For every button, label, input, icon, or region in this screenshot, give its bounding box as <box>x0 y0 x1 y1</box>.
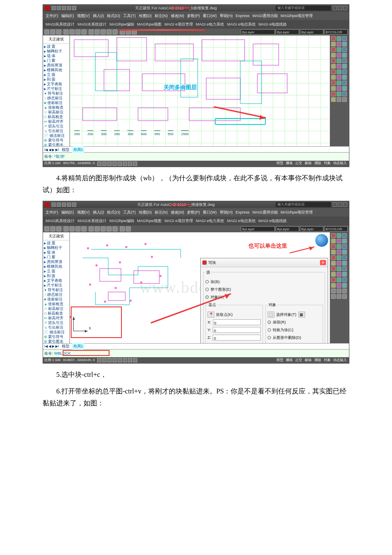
tool-icon[interactable] <box>56 226 61 231</box>
tool-icon[interactable] <box>50 29 55 35</box>
y-input[interactable]: 0 <box>213 327 261 333</box>
command-line[interactable]: 命令: *取消* <box>43 152 349 160</box>
tool-icon[interactable] <box>69 226 75 231</box>
tool-icon[interactable] <box>95 29 100 35</box>
paragraph-step-6: 6.打开带坐标的总平图-ctrl+v，将刚才的块黏贴进来。PS：你是不是看不到任… <box>43 385 349 410</box>
tab-model[interactable]: 模型 <box>62 343 69 350</box>
lineweight-combo[interactable]: ByLayer <box>300 226 323 231</box>
tool-icon[interactable] <box>56 29 61 35</box>
tool-icon[interactable] <box>81 29 86 35</box>
menu-bar[interactable]: 文件(F)编辑(E)视图(V)插入(I)格式(O)工具(T)绘图(D)标注(N)… <box>43 12 349 20</box>
radio-drawing[interactable] <box>205 288 209 291</box>
help-search-input[interactable]: 键入关键字或短语 <box>276 202 331 207</box>
radio-retain[interactable] <box>268 321 271 324</box>
svg-rect-7 <box>206 78 240 99</box>
cad-screenshot-2: 天正建筑 For AutoCAD 2010 _维修恢复.dwg 键入关键字或短语… <box>43 201 349 364</box>
right-toolbar[interactable] <box>330 232 349 343</box>
tool-icon[interactable] <box>89 226 94 231</box>
radio-block[interactable] <box>205 280 209 283</box>
status-bar: 比例 1:100 851755, -3240950, 0 模型 栅格 正交 极轴… <box>43 161 349 167</box>
tool-icon[interactable] <box>95 226 100 231</box>
quick-access-toolbar[interactable] <box>52 202 76 207</box>
top-toolbar[interactable]: ByLayer ByLayer ByLayer BYCOLOR <box>43 225 349 232</box>
tool-icon[interactable] <box>44 226 49 231</box>
redaction-mark <box>120 29 205 31</box>
highlight-box-red <box>63 350 110 356</box>
tool-icon[interactable] <box>63 29 69 35</box>
svg-rect-12 <box>95 52 117 91</box>
highlight-box-cyan <box>215 118 266 125</box>
x-input[interactable]: 0 <box>213 319 261 325</box>
linetype-combo[interactable]: ByLayer <box>276 226 299 231</box>
svg-rect-16 <box>134 271 159 283</box>
quick-select-button[interactable]: ▦ <box>298 312 305 318</box>
quick-access-toolbar[interactable] <box>52 6 76 10</box>
lineweight-combo[interactable]: ByLayer <box>300 29 323 35</box>
tool-icon[interactable] <box>101 29 106 35</box>
drawing-canvas[interactable]: 关闭多余图层 200 200 300 260 300 600 450 500 1… <box>69 35 330 146</box>
paragraph-step-4: 4.将精简后的图形制作成块（wb），（为什么要制作成块，在此不多说，有本事你不制… <box>43 172 349 197</box>
layer-combo[interactable]: ByLayer <box>241 226 275 231</box>
plugin-menu-bar[interactable]: MAGI风系统设计MAGI水系统设计MAGIhpw编辑MAGIhpw视图MAGI… <box>43 20 349 29</box>
help-search-input[interactable]: 键入关键字或短语 <box>276 6 331 11</box>
tool-icon[interactable] <box>44 29 49 35</box>
tool-icon[interactable] <box>81 226 86 231</box>
top-toolbar[interactable]: ByLayer ByLayer ByLayer BYCOLOR <box>43 29 349 35</box>
tool-icon[interactable] <box>120 226 125 231</box>
tab-layout[interactable]: 布局1 <box>72 146 84 153</box>
tool-icon[interactable] <box>63 226 69 231</box>
tool-icon[interactable] <box>112 226 118 231</box>
plugin-menu-bar[interactable]: MAGI风系统设计MAGI水系统设计MAGIhpw编辑MAGIhpw视图MAGI… <box>43 217 349 225</box>
color-combo[interactable]: BYCOLOR <box>324 226 348 231</box>
status-toggles[interactable] <box>97 358 137 362</box>
radio-delete[interactable] <box>268 336 271 339</box>
window-buttons[interactable] <box>333 202 347 207</box>
select-objects-button[interactable]: ⬚ <box>268 312 274 318</box>
tool-icon[interactable] <box>50 226 55 231</box>
right-toolbar[interactable] <box>330 35 349 146</box>
side-panel-title: 天正建筑 <box>43 232 69 240</box>
tab-model[interactable]: 模型 <box>62 146 69 153</box>
svg-rect-1 <box>117 38 147 61</box>
redaction-mark <box>171 7 190 9</box>
nav-sphere[interactable] <box>315 234 328 247</box>
layer-combo[interactable]: ByLayer <box>241 29 275 35</box>
tool-icon[interactable] <box>75 226 81 231</box>
pick-point-button[interactable]: 📍 <box>208 312 214 318</box>
tool-icon[interactable] <box>107 29 112 35</box>
paragraph-step-5: 5.选中块-ctrl+c， <box>43 369 349 381</box>
tangent-side-panel[interactable]: 天正建筑 ▶设 置 ▶轴网柱子 ▶墙 体 ▶门 窗 ▶房间屋顶 ▶楼梯其他 ▶立… <box>43 35 69 146</box>
tool-icon[interactable] <box>75 29 81 35</box>
layout-tabs-bar[interactable]: Ⅰ◀◀▶▶Ⅰ 模型 布局1 <box>43 343 349 349</box>
color-combo[interactable]: BYCOLOR <box>324 29 348 35</box>
tool-icon[interactable] <box>112 29 118 35</box>
status-toggles[interactable] <box>97 162 137 166</box>
tool-icon[interactable] <box>89 29 94 35</box>
tool-icon[interactable] <box>101 226 106 231</box>
svg-rect-9 <box>83 108 117 121</box>
linetype-combo[interactable]: ByLayer <box>276 29 299 35</box>
svg-rect-17 <box>108 292 125 301</box>
menu-bar[interactable]: 文件(F)编辑(E)视图(V)插入(I)格式(O)工具(T)绘图(D)标注(N)… <box>43 208 349 217</box>
radio-convert[interactable] <box>268 328 271 332</box>
wblock-dialog: 写块 × 源 块(B): 整个图形(E) 对象(O) <box>200 258 328 343</box>
annotation-text: 关闭多余图层 <box>164 82 197 92</box>
tangent-side-panel[interactable]: 天正建筑 ▶设 置 ▶轴网柱子 ▶墙 体 ▶门 窗 ▶房间屋顶 ▶楼梯其他 ▶立… <box>43 232 69 343</box>
annotation-text: 也可以单击这里 <box>248 241 287 251</box>
layout-tabs-bar[interactable]: Ⅰ◀◀▶▶Ⅰ 模型 布局1 <box>43 146 349 152</box>
svg-rect-4 <box>253 44 279 65</box>
app-icon <box>45 6 50 11</box>
tool-icon[interactable] <box>107 226 112 231</box>
svg-rect-0 <box>74 40 108 57</box>
z-input[interactable]: 0 <box>213 335 261 341</box>
svg-rect-3 <box>202 40 245 61</box>
source-group: 源 块(B): 整个图形(E) 对象(O) 基点 📍拾取点(K) <box>203 269 325 343</box>
drawing-canvas[interactable]: www.bdocx.com <box>69 232 330 343</box>
svg-rect-2 <box>155 44 193 61</box>
tool-icon[interactable] <box>69 29 75 35</box>
window-buttons[interactable] <box>333 6 347 10</box>
close-button[interactable]: × <box>320 260 326 265</box>
tool-icon[interactable] <box>126 226 131 231</box>
tab-layout[interactable]: 布局1 <box>72 343 84 350</box>
radio-objects[interactable] <box>205 295 209 299</box>
